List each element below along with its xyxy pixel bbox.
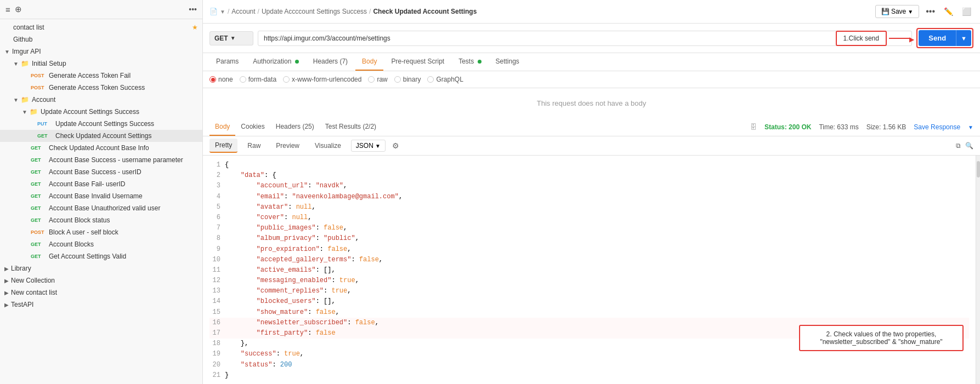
line-number: 5 (209, 202, 220, 213)
sidebar-item-gen-success[interactable]: POST Generate Access Token Success (0, 82, 202, 94)
resp-tab-headers[interactable]: Headers (25) (270, 118, 320, 136)
sidebar-item-base-success-user[interactable]: GET Account Base Success - username para… (0, 154, 202, 166)
resp-tab-test-results[interactable]: Test Results (2/2) (320, 118, 382, 136)
chevron-icon: ▼ (13, 97, 19, 103)
sidebar-item-get-base-info[interactable]: GET Check Updated Account Base Info (0, 142, 202, 154)
sidebar-item-post-block[interactable]: POST Block A user - self block (0, 226, 202, 238)
breadcrumb-update[interactable]: Update Accccount Settings Success (262, 8, 367, 15)
code-line: 14 "blocked_users": [], (209, 296, 969, 307)
option-form-data[interactable]: form-data (240, 76, 276, 83)
format-preview[interactable]: Preview (270, 139, 305, 152)
send-button[interactable]: Send (919, 30, 956, 46)
sidebar-tree: contact list ★ Github ▼ Imgur API ▼ 📁 In… (0, 19, 202, 384)
sidebar-item-account[interactable]: ▼ 📁 Account (0, 94, 202, 106)
tab-body[interactable]: Body (355, 53, 383, 71)
chevron-icon: ▼ (22, 109, 27, 115)
sidebar-item-block-status[interactable]: GET Account Block status (0, 214, 202, 226)
sidebar-item-new-collection[interactable]: ▶ New Collection (0, 274, 202, 286)
resp-tab-cookies[interactable]: Cookies (235, 118, 270, 136)
tab-tests[interactable]: Tests (452, 53, 488, 71)
resp-tab-body[interactable]: Body (209, 118, 235, 136)
sidebar-item-base-invalid[interactable]: GET Account Base Invalid Username (0, 190, 202, 202)
topbar-more-button[interactable]: ••• (924, 4, 937, 19)
star-icon: ★ (192, 24, 198, 31)
option-urlencoded[interactable]: x-www-form-urlencoded (283, 76, 361, 83)
edit-button[interactable]: ✏️ (942, 5, 955, 18)
sidebar-item-testapi[interactable]: ▶ TestAPI (0, 299, 202, 311)
line-content: "data": { (225, 170, 969, 181)
new-item-icon[interactable]: ⊕ (15, 4, 22, 14)
method-badge: GET (31, 145, 46, 151)
line-number: 18 (209, 339, 220, 349)
chevron-icon: ▶ (4, 278, 9, 284)
scrollbar[interactable] (976, 156, 980, 384)
tab-params[interactable]: Params (209, 53, 245, 71)
line-number: 20 (209, 360, 220, 370)
sidebar-item-get-check[interactable]: GET Check Updated Account Settings (0, 130, 202, 142)
line-content: { (225, 160, 969, 170)
scrollbar-thumb (977, 161, 980, 177)
code-line: 12 "messaging_enabled": true, (209, 276, 969, 286)
sidebar-item-imgur-api[interactable]: ▼ Imgur API (0, 45, 202, 58)
option-graphql[interactable]: GraphQL (427, 76, 463, 83)
send-dropdown-button[interactable]: ▼ (956, 30, 971, 46)
sidebar-item-base-unauth[interactable]: GET Account Base Unauthorized valid user (0, 202, 202, 214)
sidebar-item-initial-setup[interactable]: ▼ 📁 Initial Setup (0, 58, 202, 70)
line-content: "account_url": "navdk", (225, 181, 969, 191)
json-format-select[interactable]: JSON ▼ (351, 140, 386, 152)
format-raw[interactable]: Raw (242, 139, 266, 152)
save-response-dropdown[interactable]: ▼ (968, 124, 973, 130)
layout-button[interactable]: ⬜ (960, 5, 973, 18)
sidebar-item-label: Get Account Settings Valid (49, 253, 126, 260)
sidebar-item-gen-fail[interactable]: POST Generate Access Token Fail (0, 70, 202, 82)
tab-headers[interactable]: Headers (7) (307, 53, 354, 71)
response-code-container: 1{2 "data": {3 "account_url": "navdk",4 … (203, 156, 980, 384)
option-none[interactable]: none (209, 76, 233, 83)
breadcrumb-current: Check Updated Account Settings (373, 8, 477, 15)
sidebar-item-update-settings[interactable]: ▼ 📁 Update Account Settings Success (0, 106, 202, 118)
format-pretty[interactable]: Pretty (209, 139, 237, 153)
tab-settings[interactable]: Settings (489, 53, 526, 71)
filter-icon[interactable]: ⚙ (392, 141, 399, 150)
topbar-actions: 💾 Save ▼ ••• ✏️ ⬜ (875, 4, 973, 19)
sidebar-item-label: Check Updated Account Settings (55, 132, 151, 140)
line-content: "email": "naveenkolambage@gmail.com", (225, 192, 969, 202)
sidebar-item-contact-list[interactable]: contact list ★ (0, 21, 202, 33)
save-button[interactable]: 💾 Save ▼ (875, 5, 919, 18)
sidebar: ≡ ⊕ ••• contact list ★ Github ▼ Imgur AP… (0, 0, 203, 384)
sidebar-more-icon[interactable]: ••• (189, 5, 197, 14)
code-line: 1{ (209, 160, 969, 170)
breadcrumb-sep2: / (258, 8, 259, 15)
code-line: 9 "pro_expiration": false, (209, 244, 969, 255)
line-content: "comment_replies": true, (225, 286, 969, 296)
search-icon[interactable]: 🔍 (965, 142, 973, 150)
format-visualize[interactable]: Visualize (309, 139, 347, 152)
url-input[interactable] (258, 31, 912, 46)
option-binary[interactable]: binary (394, 76, 421, 83)
option-raw[interactable]: raw (368, 76, 387, 83)
sidebar-item-put-update[interactable]: PUT Update Account Settings Success (0, 118, 202, 130)
sidebar-item-base-fail-id[interactable]: GET Account Base Fail- userID (0, 178, 202, 190)
save-dropdown-icon[interactable]: ▼ (908, 9, 913, 15)
sidebar-item-get-settings[interactable]: GET Get Account Settings Valid (0, 250, 202, 262)
sidebar-item-base-success-id[interactable]: GET Account Base Success - userID (0, 166, 202, 178)
method-select[interactable]: GET ▼ (209, 31, 253, 45)
folder-icon: 📁 (21, 60, 29, 67)
sidebar-item-new-contact[interactable]: ▶ New contact list (0, 286, 202, 299)
method-badge: GET (31, 254, 46, 259)
hamburger-icon[interactable]: ≡ (5, 5, 10, 14)
sidebar-item-label: Initial Setup (32, 60, 66, 67)
line-number: 11 (209, 265, 220, 276)
method-badge: GET (31, 181, 46, 187)
sidebar-item-github[interactable]: Github (0, 33, 202, 45)
copy-icon[interactable]: ⧉ (956, 142, 961, 150)
send-annotation-container: 1.Click send ▶ (836, 31, 911, 46)
send-btn-container: Send ▼ (919, 30, 971, 46)
tab-authorization[interactable]: Authorization (246, 53, 305, 71)
sidebar-item-get-blocks[interactable]: GET Account Blocks (0, 238, 202, 250)
breadcrumb-arrow-icon[interactable]: ▼ (220, 9, 225, 15)
breadcrumb-account[interactable]: Account (231, 8, 255, 15)
sidebar-item-library[interactable]: ▶ Library (0, 262, 202, 274)
save-response-button[interactable]: Save Response (914, 123, 960, 131)
tab-prerequest[interactable]: Pre-request Script (384, 53, 451, 71)
